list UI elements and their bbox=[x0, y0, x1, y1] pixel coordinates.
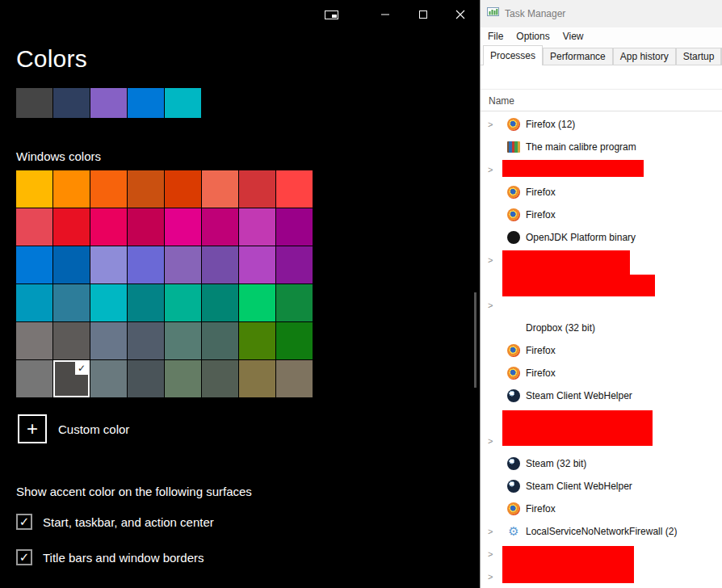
process-row[interactable]: Steam Client WebHelper bbox=[481, 384, 722, 407]
expand-chevron-icon[interactable]: > bbox=[488, 548, 493, 560]
color-swatch[interactable] bbox=[53, 322, 90, 359]
menu-file[interactable]: File bbox=[481, 29, 510, 44]
color-swatch[interactable] bbox=[53, 246, 90, 284]
recent-color-swatch[interactable] bbox=[90, 88, 127, 118]
recent-color-swatch[interactable] bbox=[16, 88, 52, 118]
color-swatch[interactable] bbox=[128, 208, 164, 246]
expand-chevron-icon[interactable]: > bbox=[488, 119, 493, 130]
color-swatch[interactable] bbox=[239, 246, 275, 284]
color-swatch[interactable] bbox=[276, 360, 313, 397]
expand-chevron-icon[interactable]: > bbox=[488, 300, 493, 311]
tab-performance[interactable]: Performance bbox=[543, 48, 613, 65]
expand-chevron-icon[interactable]: > bbox=[488, 435, 493, 447]
calibre-icon bbox=[507, 141, 520, 153]
menu-options[interactable]: Options bbox=[510, 29, 556, 44]
color-swatch[interactable] bbox=[128, 246, 164, 284]
color-swatch[interactable] bbox=[239, 208, 275, 246]
process-row[interactable]: Steam Client WebHelper bbox=[481, 475, 722, 498]
process-row[interactable]: > bbox=[481, 294, 722, 317]
tab-processes[interactable]: Processes bbox=[483, 45, 543, 65]
custom-color-label: Custom color bbox=[58, 422, 129, 436]
process-row[interactable]: >⚙LocalServiceNoNetworkFirewall (2) bbox=[481, 520, 722, 543]
color-swatch[interactable] bbox=[165, 208, 201, 246]
color-swatch[interactable] bbox=[16, 322, 52, 359]
color-swatch[interactable] bbox=[239, 284, 275, 321]
color-swatch[interactable] bbox=[276, 322, 313, 359]
recent-color-swatch[interactable] bbox=[128, 88, 164, 118]
color-swatch[interactable] bbox=[202, 170, 238, 208]
color-swatch[interactable] bbox=[16, 246, 52, 284]
custom-color-button[interactable]: + bbox=[18, 414, 47, 443]
color-swatch[interactable] bbox=[165, 322, 201, 359]
color-swatch[interactable] bbox=[16, 284, 52, 321]
maximize-button[interactable] bbox=[413, 5, 434, 24]
color-swatch[interactable] bbox=[53, 208, 90, 246]
close-button[interactable] bbox=[450, 5, 471, 24]
color-swatch[interactable] bbox=[202, 360, 238, 397]
color-swatch[interactable]: ✓ bbox=[53, 360, 90, 397]
checkbox-checked-icon[interactable]: ✓ bbox=[16, 549, 32, 565]
color-swatch[interactable] bbox=[239, 170, 275, 208]
color-swatch[interactable] bbox=[128, 322, 164, 359]
color-swatch[interactable] bbox=[16, 170, 52, 208]
color-swatch[interactable] bbox=[90, 246, 127, 284]
expand-chevron-icon[interactable]: > bbox=[488, 526, 493, 537]
minimize-button[interactable] bbox=[375, 5, 396, 24]
color-swatch[interactable] bbox=[165, 360, 201, 397]
color-swatch[interactable] bbox=[239, 322, 275, 359]
process-row[interactable]: Firefox bbox=[481, 498, 722, 520]
process-row[interactable]: OpenJDK Platform binary bbox=[481, 226, 722, 249]
color-swatch[interactable] bbox=[276, 246, 313, 284]
color-swatch[interactable] bbox=[165, 284, 201, 321]
expand-chevron-icon[interactable]: > bbox=[488, 164, 493, 175]
process-row[interactable]: >Firefox (12) bbox=[481, 113, 722, 136]
checkbox-label: Start, taskbar, and action center bbox=[43, 515, 214, 529]
color-swatch[interactable] bbox=[276, 208, 313, 246]
color-swatch[interactable] bbox=[16, 360, 52, 397]
tab-bar: ProcessesPerformanceApp historyStartupUs… bbox=[481, 45, 722, 65]
process-row[interactable]: The main calibre program bbox=[481, 136, 722, 158]
process-row[interactable]: Dropbox (32 bit) bbox=[481, 317, 722, 339]
color-swatch[interactable] bbox=[239, 360, 275, 397]
recent-color-swatch[interactable] bbox=[165, 88, 201, 118]
color-swatch[interactable] bbox=[90, 208, 127, 246]
color-swatch[interactable] bbox=[53, 170, 90, 208]
recent-color-swatch[interactable] bbox=[53, 88, 90, 118]
color-swatch[interactable] bbox=[128, 170, 164, 208]
process-row[interactable]: Firefox bbox=[481, 362, 722, 384]
color-swatch[interactable] bbox=[202, 322, 238, 359]
color-swatch[interactable] bbox=[165, 170, 201, 208]
color-swatch[interactable] bbox=[128, 284, 164, 321]
checkbox-start-taskbar[interactable]: ✓ Start, taskbar, and action center bbox=[16, 514, 214, 530]
color-swatch[interactable] bbox=[202, 284, 238, 321]
color-swatch[interactable] bbox=[90, 170, 127, 208]
process-row[interactable]: Firefox bbox=[481, 339, 722, 362]
redaction-block bbox=[502, 410, 653, 446]
color-swatch[interactable] bbox=[90, 360, 127, 397]
redaction-block bbox=[502, 160, 644, 177]
process-row[interactable]: Firefox bbox=[481, 204, 722, 226]
process-list: >Firefox (12)The main calibre program>Fi… bbox=[481, 113, 722, 588]
tab-startup[interactable]: Startup bbox=[676, 48, 722, 65]
color-swatch[interactable] bbox=[276, 170, 313, 208]
color-swatch[interactable] bbox=[53, 284, 90, 321]
color-swatch[interactable] bbox=[128, 360, 164, 397]
process-row[interactable]: Steam (32 bit) bbox=[481, 452, 722, 475]
color-swatch[interactable] bbox=[90, 284, 127, 321]
process-row[interactable]: Firefox bbox=[481, 181, 722, 204]
tab-app-history[interactable]: App history bbox=[613, 48, 676, 65]
name-column-header[interactable]: Name bbox=[489, 95, 514, 107]
color-swatch[interactable] bbox=[90, 322, 127, 359]
color-swatch[interactable] bbox=[16, 208, 52, 246]
expand-chevron-icon[interactable]: > bbox=[488, 571, 493, 582]
color-swatch[interactable] bbox=[202, 208, 238, 246]
checkbox-title-bars[interactable]: ✓ Title bars and window borders bbox=[16, 549, 204, 565]
color-swatch[interactable] bbox=[202, 246, 238, 284]
checkbox-checked-icon[interactable]: ✓ bbox=[16, 514, 32, 530]
settings-scrollbar-thumb[interactable] bbox=[474, 292, 476, 388]
color-swatch[interactable] bbox=[165, 246, 201, 284]
menu-view[interactable]: View bbox=[556, 29, 590, 44]
color-swatch[interactable] bbox=[276, 284, 313, 321]
process-name: Firefox bbox=[526, 368, 556, 379]
expand-chevron-icon[interactable]: > bbox=[488, 254, 493, 266]
